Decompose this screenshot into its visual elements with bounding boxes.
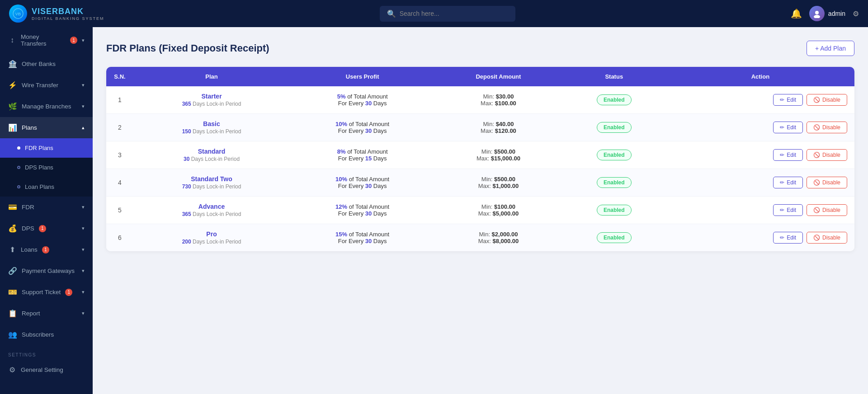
sidebar-item-dps[interactable]: 💰 DPS 1 ▾ — [0, 218, 93, 239]
plan-name: Advance — [141, 203, 283, 210]
table-row: 3 Standard 30 Days Lock-in Period 8% of … — [106, 141, 854, 169]
sidebar-item-label: DPS Plans — [25, 164, 53, 171]
row-deposit: Min: $100.00 Max: $5,000.00 — [435, 197, 561, 224]
row-profit: 15% of Total Amount For Every 30 Days — [290, 224, 435, 252]
plan-lock: 730 Days Lock-in Period — [141, 183, 283, 190]
search-input[interactable] — [400, 10, 508, 17]
profit-pct: 12% of Total Amount — [297, 203, 428, 210]
user-menu[interactable]: admin — [809, 6, 845, 21]
sidebar-item-fdr[interactable]: 💳 FDR ▾ — [0, 197, 93, 218]
sidebar-item-report[interactable]: 📋 Report ▾ — [0, 303, 93, 324]
general-setting-icon: ⚙ — [8, 366, 16, 374]
sidebar-item-subscribers[interactable]: 👥 Subscribers — [0, 324, 93, 345]
payment-gateways-icon: 🔗 — [8, 267, 17, 275]
sidebar-item-support-ticket[interactable]: 🎫 Support Ticket 1 ▾ — [0, 281, 93, 303]
settings-gear-icon[interactable]: ⚙ — [853, 9, 859, 18]
disable-button[interactable]: 🚫 Disable — [807, 122, 847, 133]
row-sn: 6 — [106, 224, 133, 252]
other-banks-icon: 🏦 — [8, 60, 17, 68]
edit-button[interactable]: ✏ Edit — [773, 149, 803, 161]
row-deposit: Min: $40.00 Max: $120.00 — [435, 114, 561, 141]
col-sn: S.N. — [106, 67, 133, 86]
deposit-min: Min: $40.00 — [442, 121, 554, 127]
logo-sub: DIGITAL BANKING SYSTEM — [32, 16, 104, 21]
action-buttons: ✏ Edit 🚫 Disable — [674, 149, 847, 161]
add-plan-button[interactable]: + Add Plan — [807, 41, 854, 56]
profit-pct: 15% of Total Amount — [297, 231, 428, 238]
row-deposit: Min: $2,000.00 Max: $8,000.00 — [435, 224, 561, 252]
disable-button[interactable]: 🚫 Disable — [807, 177, 847, 188]
profit-period: For Every 30 Days — [297, 100, 428, 107]
sidebar-item-label: Support Ticket — [22, 289, 61, 296]
status-badge: Enabled — [597, 232, 632, 243]
row-action: ✏ Edit 🚫 Disable — [666, 114, 854, 141]
notification-bell[interactable]: 🔔 — [791, 8, 802, 19]
deposit-max: Max: $15,000.00 — [442, 155, 554, 162]
money-transfers-icon: ↕ — [8, 36, 16, 44]
row-profit: 12% of Total Amount For Every 30 Days — [290, 197, 435, 224]
disable-button[interactable]: 🚫 Disable — [807, 149, 847, 161]
deposit-max: Max: $5,000.00 — [442, 210, 554, 217]
sidebar-item-fdr-plans[interactable]: FDR Plans — [0, 138, 93, 158]
sidebar-item-label: Loans — [21, 246, 38, 253]
deposit-max: Max: $100.00 — [442, 100, 554, 107]
svg-text:VB: VB — [15, 12, 21, 16]
sidebar-item-general-setting[interactable]: ⚙ General Setting — [0, 359, 93, 380]
row-action: ✏ Edit 🚫 Disable — [666, 197, 854, 224]
sidebar-item-money-transfers[interactable]: ↕ Money Transfers 1 ▾ — [0, 27, 93, 53]
edit-button[interactable]: ✏ Edit — [773, 204, 803, 216]
action-buttons: ✏ Edit 🚫 Disable — [674, 94, 847, 106]
nav-right: 🔔 admin ⚙ — [791, 6, 859, 21]
row-deposit: Min: $500.00 Max: $1,000.00 — [435, 169, 561, 197]
sidebar-item-label: Manage Branches — [22, 103, 71, 110]
chevron-icon: ▾ — [82, 247, 85, 253]
sidebar-item-other-banks[interactable]: 🏦 Other Banks — [0, 53, 93, 75]
deposit-min: Min: $100.00 — [442, 203, 554, 210]
disable-button[interactable]: 🚫 Disable — [807, 232, 847, 244]
sidebar-item-label: FDR Plans — [25, 145, 53, 151]
chevron-icon: ▾ — [82, 289, 85, 295]
settings-section-label: SETTINGS — [0, 345, 93, 359]
search-icon: 🔍 — [387, 9, 396, 18]
search-bar[interactable]: 🔍 — [380, 6, 515, 22]
sidebar-item-loans[interactable]: ⬆ Loans 1 ▾ — [0, 239, 93, 260]
sidebar-item-payment-gateways[interactable]: 🔗 Payment Gateways ▾ — [0, 260, 93, 281]
main-content: FDR Plans (Fixed Deposit Receipt) + Add … — [93, 27, 868, 394]
status-badge: Enabled — [597, 94, 632, 105]
support-badge: 1 — [65, 289, 72, 296]
subscribers-icon: 👥 — [8, 330, 17, 339]
edit-button[interactable]: ✏ Edit — [773, 232, 803, 244]
col-deposit-amount: Deposit Amount — [435, 67, 561, 86]
sidebar-item-plans[interactable]: 📊 Plans ▴ — [0, 117, 93, 138]
sidebar-item-wire-transfer[interactable]: ⚡ Wire Transfer ▾ — [0, 75, 93, 96]
row-profit: 5% of Total Amount For Every 30 Days — [290, 86, 435, 114]
money-transfers-badge: 1 — [70, 37, 77, 44]
manage-branches-icon: 🌿 — [8, 102, 17, 111]
disable-button[interactable]: 🚫 Disable — [807, 94, 847, 106]
deposit-min: Min: $2,000.00 — [442, 231, 554, 238]
svg-point-3 — [814, 15, 820, 18]
row-action: ✏ Edit 🚫 Disable — [666, 169, 854, 197]
support-ticket-icon: 🎫 — [8, 288, 17, 296]
edit-button[interactable]: ✏ Edit — [773, 177, 803, 188]
sidebar-item-label: Payment Gateways — [22, 267, 75, 274]
row-sn: 5 — [106, 197, 133, 224]
sidebar-item-dps-plans[interactable]: DPS Plans — [0, 158, 93, 177]
edit-button[interactable]: ✏ Edit — [773, 122, 803, 133]
row-sn: 1 — [106, 86, 133, 114]
sidebar-item-label: FDR — [22, 204, 34, 211]
edit-button[interactable]: ✏ Edit — [773, 94, 803, 106]
row-status: Enabled — [562, 141, 666, 169]
disable-icon: 🚫 — [813, 179, 820, 186]
row-plan: Standard Two 730 Days Lock-in Period — [133, 169, 290, 197]
table-row: 1 Starter 365 Days Lock-in Period 5% of … — [106, 86, 854, 114]
sidebar: ↕ Money Transfers 1 ▾ 🏦 Other Banks ⚡ Wi… — [0, 27, 93, 394]
plan-name: Standard — [141, 148, 283, 155]
plan-name: Pro — [141, 230, 283, 238]
disable-button[interactable]: 🚫 Disable — [807, 204, 847, 216]
edit-icon: ✏ — [780, 152, 784, 158]
sidebar-item-manage-branches[interactable]: 🌿 Manage Branches ▾ — [0, 96, 93, 117]
sidebar-item-label: Report — [22, 310, 40, 317]
edit-icon: ✏ — [780, 207, 784, 213]
sidebar-item-loan-plans[interactable]: Loan Plans — [0, 177, 93, 197]
